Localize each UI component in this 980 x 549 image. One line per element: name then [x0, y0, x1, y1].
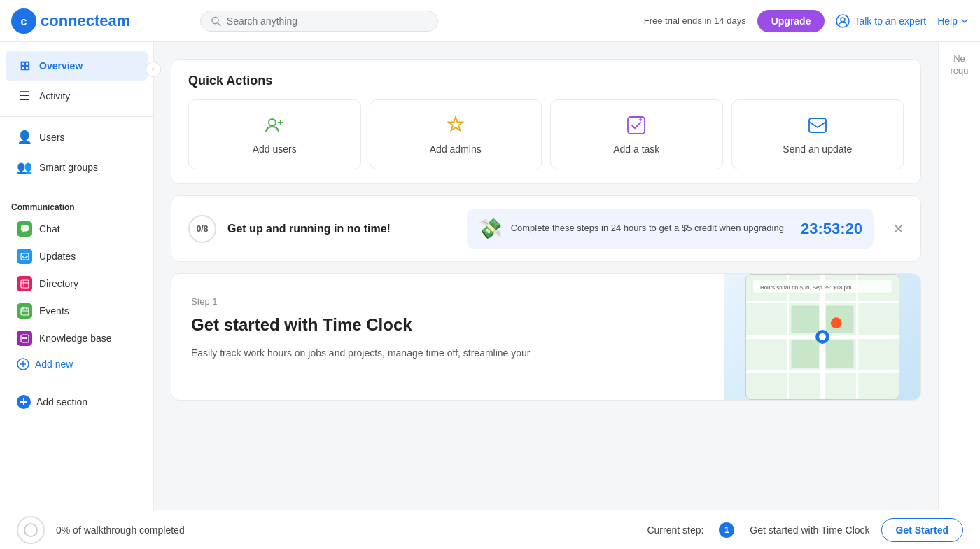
sidebar-item-knowledge[interactable]: Knowledge base: [6, 325, 148, 352]
logo: c connecteam: [11, 8, 165, 34]
chat-label: Chat: [39, 223, 60, 235]
logo-text: connecteam: [41, 12, 130, 30]
updates-icon: [17, 249, 32, 264]
add-task-icon: [625, 114, 648, 137]
add-new-button[interactable]: Add new: [6, 352, 148, 376]
plus-circle-icon: [17, 358, 29, 370]
add-task-label: Add a task: [613, 144, 659, 155]
add-users-label: Add users: [253, 144, 297, 155]
chat-icon: [17, 221, 32, 237]
sidebar-divider-3: [0, 382, 153, 382]
credit-emoji: 💸: [478, 217, 503, 240]
users-label: Users: [39, 132, 65, 143]
bottom-bar: 0% of walkthrough completed Current step…: [0, 510, 980, 549]
sidebar-nav: ⊞ Overview ☰ Activity 👤 Users 👥 Smart gr…: [0, 42, 153, 425]
events-label: Events: [39, 305, 69, 317]
right-panel-text1: Ne: [953, 53, 965, 64]
quick-actions-title: Quick Actions: [188, 74, 904, 88]
credit-box: 💸 Complete these steps in 24 hours to ge…: [467, 209, 874, 249]
add-section-label: Add section: [36, 396, 88, 408]
add-admins-icon: [444, 114, 467, 137]
talk-expert-label: Talk to an expert: [854, 15, 926, 27]
step-title: Get started with Time Clock: [191, 314, 705, 335]
sidebar-item-activity[interactable]: ☰ Activity: [6, 81, 148, 111]
progress-circle: 0/8: [188, 215, 216, 243]
logo-icon: c: [11, 8, 36, 34]
quick-action-add-admins[interactable]: Add admins: [370, 99, 542, 169]
bottom-progress-circle[interactable]: [17, 516, 45, 544]
sidebar-item-users[interactable]: 👤 Users: [6, 123, 148, 152]
current-step-label: Current step:: [647, 524, 704, 536]
add-admins-label: Add admins: [430, 144, 482, 155]
help-label: Help: [937, 15, 958, 27]
svg-point-44: [819, 333, 826, 340]
step-label: Step 1: [191, 296, 705, 307]
progress-banner: 0/8 Get up and running in no time! 💸 Com…: [171, 195, 921, 262]
close-button[interactable]: ✕: [893, 221, 904, 237]
users-icon: 👤: [17, 130, 32, 145]
sidebar-item-events[interactable]: Events: [6, 298, 148, 324]
sidebar-item-smart-groups[interactable]: 👥 Smart groups: [6, 153, 148, 182]
get-started-button[interactable]: Get Started: [881, 518, 963, 542]
svg-point-48: [24, 524, 37, 536]
circle-icon: [24, 523, 38, 537]
svg-rect-11: [21, 308, 29, 315]
svg-rect-41: [792, 340, 820, 368]
sidebar-divider-1: [0, 116, 153, 117]
expert-icon: [836, 14, 850, 28]
svg-rect-6: [21, 225, 29, 231]
directory-icon: [17, 276, 32, 291]
updates-label: Updates: [39, 251, 76, 262]
chevron-down-icon: [960, 17, 969, 25]
plus-filled-icon: [17, 395, 31, 409]
upgrade-button[interactable]: Upgrade: [757, 10, 825, 32]
sidebar-item-chat[interactable]: Chat: [6, 216, 148, 242]
add-users-icon: [263, 114, 286, 137]
right-panel: Ne requ: [938, 42, 980, 549]
step-text: Get started with Time Clock: [750, 524, 869, 536]
talk-to-expert[interactable]: Talk to an expert: [836, 14, 926, 28]
search-icon: [211, 15, 221, 27]
step-card: Step 1 Get started with Time Clock Easil…: [171, 273, 921, 401]
quick-actions-grid: Add users Add admins Add a task: [188, 99, 904, 169]
sidebar-item-overview[interactable]: ⊞ Overview: [6, 51, 148, 81]
smart-groups-icon: 👥: [17, 160, 32, 175]
svg-rect-31: [809, 118, 826, 132]
quick-action-add-users[interactable]: Add users: [188, 99, 361, 169]
sidebar-item-updates[interactable]: Updates: [6, 243, 148, 270]
bottom-progress-text: 0% of walkthrough completed: [56, 524, 636, 536]
communication-section-label: Communication: [0, 194, 153, 215]
svg-point-25: [269, 119, 276, 126]
header-right: Free trial ends in 14 days Upgrade Talk …: [644, 10, 969, 32]
search-input[interactable]: [227, 15, 428, 27]
timer: 23:53:20: [801, 220, 862, 238]
directory-label: Directory: [39, 278, 78, 289]
smart-groups-label: Smart groups: [39, 162, 98, 173]
svg-line-3: [218, 22, 220, 25]
quick-action-send-update[interactable]: Send an update: [732, 99, 904, 169]
svg-rect-42: [826, 340, 854, 368]
svg-text:c: c: [21, 15, 27, 27]
send-update-icon: [806, 114, 829, 137]
add-section-button[interactable]: Add section: [6, 388, 148, 416]
sidebar-item-directory[interactable]: Directory: [6, 270, 148, 297]
help-button[interactable]: Help: [937, 15, 969, 27]
main-content: Quick Actions Add users Add admins: [154, 42, 938, 549]
search-bar[interactable]: [200, 11, 438, 32]
events-icon: [17, 303, 32, 319]
right-panel-text2: requ: [950, 65, 968, 76]
overview-label: Overview: [39, 60, 83, 71]
quick-actions-card: Quick Actions Add users Add admins: [171, 59, 921, 184]
quick-action-add-task[interactable]: Add a task: [550, 99, 723, 169]
sidebar: ‹ ⊞ Overview ☰ Activity 👤 Users 👥 Smart: [0, 42, 154, 549]
step-number-badge: 1: [719, 522, 734, 538]
add-new-label: Add new: [35, 359, 73, 370]
activity-icon: ☰: [17, 88, 32, 104]
svg-rect-8: [21, 280, 29, 288]
overview-icon: ⊞: [17, 58, 32, 74]
svg-rect-39: [792, 306, 820, 334]
map-preview: Hours so far on Sun, Sep 29: $18 pm: [746, 274, 899, 400]
trial-text: Free trial ends in 14 days: [644, 15, 746, 26]
map-svg: Hours so far on Sun, Sep 29: $18 pm: [746, 274, 899, 399]
header: c connecteam Free trial ends in 14 days …: [0, 0, 980, 42]
